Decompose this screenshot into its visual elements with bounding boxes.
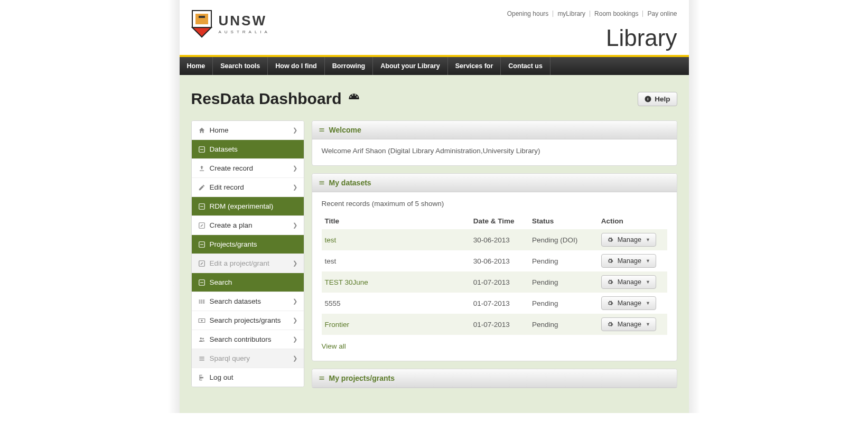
chevron-right-icon: ❯ [293, 260, 297, 267]
chevron-right-icon: ❯ [293, 127, 297, 134]
sidebar-item-label: Edit a project/grant [210, 259, 269, 267]
manage-button[interactable]: Manage▼ [601, 233, 656, 247]
record-title: 5555 [322, 293, 470, 314]
nav-borrowing[interactable]: Borrowing [325, 57, 374, 75]
sidebar-item-label: Edit record [210, 183, 244, 191]
myprojects-panel-head[interactable]: My projects/grants [312, 369, 677, 388]
nav-contact-us[interactable]: Contact us [501, 57, 550, 75]
record-title-link[interactable]: test [325, 236, 337, 244]
sidebar-item-label: Search projects/grants [210, 316, 281, 324]
svg-rect-8 [200, 206, 203, 207]
main-content: ResData Dashboard i Help Home [180, 75, 689, 413]
menu-icon [319, 127, 325, 133]
table-row: test30-06-2013PendingManage▼ [322, 250, 667, 271]
minus-square-icon [198, 279, 206, 286]
table-row: 555501-07-2013PendingManage▼ [322, 293, 667, 314]
minus-square-icon [198, 146, 206, 153]
logo-block[interactable]: UNSW AUSTRALIA [191, 10, 270, 38]
record-title-link[interactable]: Frontier [325, 321, 350, 329]
sidebar-item-label: Create a plan [210, 221, 253, 229]
chevron-right-icon: ❯ [293, 355, 297, 362]
manage-button[interactable]: Manage▼ [601, 254, 656, 268]
mydatasets-panel: My datasets Recent records (maximum of 5… [312, 173, 677, 361]
nav-services-for[interactable]: Services for [448, 57, 501, 75]
svg-text:i: i [648, 97, 649, 101]
view-all-link[interactable]: View all [322, 342, 346, 350]
welcome-panel-head[interactable]: Welcome [312, 121, 677, 139]
records-table: Title Date & Time Status Action test30-0… [322, 213, 667, 335]
sidebar-item-label: Projects/grants [210, 240, 257, 248]
sidebar: Home ❯ Datasets Create record ❯ Edit rec… [191, 120, 304, 387]
sidebar-head-projects[interactable]: Projects/grants [192, 235, 304, 254]
menu-icon [319, 180, 325, 186]
logo-subtext: AUSTRALIA [219, 30, 270, 34]
mydatasets-panel-head[interactable]: My datasets [312, 174, 677, 192]
primary-nav: Home Search tools How do I find Borrowin… [180, 55, 689, 75]
chevron-right-icon: ❯ [293, 336, 297, 343]
page-title: ResData Dashboard [191, 90, 361, 108]
caret-down-icon: ▼ [646, 258, 650, 264]
record-status: Pending [529, 314, 598, 335]
table-row: Frontier01-07-2013PendingManage▼ [322, 314, 667, 335]
logo-text: UNSW [219, 14, 270, 27]
table-row: TEST 30June01-07-2013PendingManage▼ [322, 271, 667, 293]
sidebar-item-search-projects[interactable]: Search projects/grants ❯ [192, 311, 304, 330]
record-date: 01-07-2013 [470, 271, 529, 293]
money-icon [198, 317, 206, 324]
nav-how-do-i-find[interactable]: How do I find [268, 57, 324, 75]
manage-button[interactable]: Manage▼ [601, 296, 656, 310]
link-room-bookings[interactable]: Room bookings [590, 11, 643, 17]
sidebar-item-search-datasets[interactable]: Search datasets ❯ [192, 292, 304, 311]
sidebar-item-label: Search datasets [210, 297, 262, 305]
nav-about-library[interactable]: About your Library [373, 57, 448, 75]
nav-search-tools[interactable]: Search tools [213, 57, 268, 75]
manage-button[interactable]: Manage▼ [601, 275, 656, 289]
welcome-panel-title: Welcome [329, 126, 361, 134]
sidebar-item-home[interactable]: Home ❯ [192, 121, 304, 140]
help-button[interactable]: i Help [638, 92, 677, 106]
sidebar-item-create-record[interactable]: Create record ❯ [192, 159, 304, 178]
nav-home[interactable]: Home [180, 57, 213, 75]
sidebar-item-label: Search contributors [210, 335, 272, 343]
gear-icon [607, 279, 613, 285]
record-date: 30-06-2013 [470, 250, 529, 271]
menu-icon [319, 375, 325, 381]
welcome-panel-body: Welcome Arif Shaon (Digital Library Admi… [312, 139, 677, 165]
sidebar-head-search[interactable]: Search [192, 273, 304, 292]
link-pay-online[interactable]: Pay online [643, 11, 677, 17]
users-icon [198, 336, 206, 343]
sidebar-item-label: Log out [210, 373, 234, 381]
sidebar-item-edit-record[interactable]: Edit record ❯ [192, 178, 304, 197]
record-title-link[interactable]: TEST 30June [325, 278, 368, 286]
welcome-panel: Welcome Welcome Arif Shaon (Digital Libr… [312, 120, 677, 166]
svg-rect-6 [200, 149, 203, 149]
manage-button[interactable]: Manage▼ [601, 317, 656, 331]
sidebar-head-datasets[interactable]: Datasets [192, 140, 304, 159]
caret-down-icon: ▼ [646, 301, 650, 306]
svg-rect-1 [195, 14, 208, 24]
chevron-right-icon: ❯ [293, 165, 297, 172]
gear-icon [607, 237, 613, 243]
sidebar-item-label: Search [210, 278, 232, 286]
unsw-crest-icon [191, 10, 212, 38]
record-status: Pending (DOI) [529, 229, 598, 250]
pencil-icon [198, 184, 206, 191]
gear-icon [607, 300, 613, 306]
sidebar-head-rdm[interactable]: RDM (experimental) [192, 197, 304, 216]
help-button-label: Help [655, 95, 670, 103]
sidebar-item-search-contributors[interactable]: Search contributors ❯ [192, 330, 304, 349]
sidebar-item-label: RDM (experimental) [210, 202, 274, 210]
link-mylibrary[interactable]: myLibrary [553, 11, 590, 17]
svg-point-16 [201, 320, 203, 322]
sidebar-item-label: Datasets [210, 145, 238, 153]
sidebar-item-create-plan[interactable]: Create a plan ❯ [192, 216, 304, 235]
sidebar-item-logout[interactable]: Log out [192, 368, 304, 387]
caret-down-icon: ▼ [646, 279, 650, 285]
minus-square-icon [198, 241, 206, 248]
chevron-right-icon: ❯ [293, 222, 297, 229]
record-status: Pending [529, 250, 598, 271]
link-opening-hours[interactable]: Opening hours [503, 11, 554, 17]
top-utility-links: Opening hours myLibrary Room bookings Pa… [503, 11, 677, 17]
sidebar-item-label: Home [210, 126, 229, 134]
dashboard-icon [347, 92, 361, 106]
